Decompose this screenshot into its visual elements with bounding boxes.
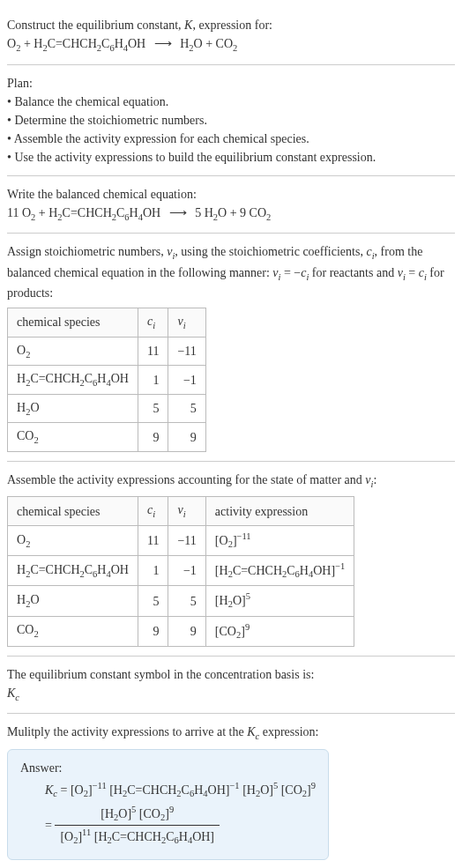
c-cell: 5	[138, 586, 168, 616]
plan-section: Plan: • Balance the chemical equation. •…	[7, 65, 455, 176]
balanced-header: Write the balanced chemical equation:	[7, 185, 455, 204]
multiply-paragraph: Mulitply the activity expressions to arr…	[7, 723, 455, 744]
plan-header: Plan:	[7, 74, 455, 93]
table-row: CO2 9 9	[8, 423, 206, 452]
col-activity: activity expression	[205, 497, 354, 526]
col-nu: νi	[168, 497, 205, 526]
arrow-icon: ⟶	[154, 34, 172, 53]
nu-cell: 5	[168, 586, 205, 616]
c-cell: 11	[138, 337, 168, 366]
table-row: H2C=CHCH2C6H4OH 1 −1	[8, 366, 206, 395]
c-cell: 5	[138, 394, 168, 423]
table-row: CO2 9 9 [CO2]9	[8, 616, 354, 646]
K-symbol: K	[184, 19, 192, 32]
plan-bullet: • Assemble the activity expression for e…	[7, 130, 455, 148]
stoich-section: Assign stoichiometric numbers, νi, using…	[7, 234, 455, 462]
c-cell: 9	[138, 423, 168, 452]
nu-cell: 9	[168, 423, 205, 452]
col-c: ci	[138, 497, 168, 526]
text: , expression for:	[192, 19, 272, 32]
activity-cell: [H2C=CHCH2C6H4OH]−1	[205, 556, 354, 586]
nu-cell: 9	[168, 616, 205, 646]
nu-cell: −11	[168, 337, 205, 366]
species-cell: H2O	[8, 394, 138, 423]
activity-section: Assemble the activity expressions accoun…	[7, 462, 455, 657]
species-cell: CO2	[8, 423, 138, 452]
table-row: O2 11 −11 [O2]−11	[8, 526, 354, 556]
plan-bullet: • Balance the chemical equation.	[7, 93, 455, 111]
nu-cell: 5	[168, 394, 205, 423]
answer-box: Answer: Kc = [O2]−11 [H2C=CHCH2C6H4OH]−1…	[7, 749, 329, 860]
c-cell: 11	[138, 526, 168, 556]
table-row: H2O 5 5	[8, 394, 206, 423]
col-species: chemical species	[8, 497, 138, 526]
plan-bullet: • Determine the stoichiometric numbers.	[7, 111, 455, 130]
symbol-paragraph: The equilibrium constant symbol in the c…	[7, 665, 455, 684]
fraction-numerator: [H2O]5 [CO2]9	[55, 803, 220, 826]
product-h2o: H2O + CO2	[180, 37, 237, 50]
col-species: chemical species	[8, 308, 138, 338]
species-cell: O2	[8, 526, 138, 556]
text: Construct the equilibrium constant,	[7, 19, 184, 32]
plan-bullet: • Use the activity expressions to build …	[7, 148, 455, 167]
fraction-denominator: [O2]11 [H2C=CHCH2C6H4OH]	[55, 826, 220, 848]
table-row: O2 11 −11	[8, 337, 206, 366]
species-cell: O2	[8, 337, 138, 366]
nu-cell: −1	[168, 556, 205, 586]
stoich-paragraph: Assign stoichiometric numbers, νi, using…	[7, 242, 455, 302]
species-cell: H2C=CHCH2C6H4OH	[8, 366, 138, 395]
col-nu: νi	[168, 308, 205, 338]
balanced-section: Write the balanced chemical equation: 11…	[7, 176, 455, 234]
intro-line1: Construct the equilibrium constant, K, e…	[7, 16, 455, 34]
intro-section: Construct the equilibrium constant, K, e…	[7, 7, 455, 65]
activity-paragraph: Assemble the activity expressions accoun…	[7, 471, 455, 492]
species-cell: H2O	[8, 586, 138, 616]
arrow-icon: ⟶	[169, 204, 187, 222]
answer-label: Answer:	[20, 759, 316, 777]
stoich-table: chemical species ci νi O2 11 −11 H2C=CHC…	[7, 308, 206, 452]
balanced-equation: 11 O2 + H2C=CHCH2C6H4OH ⟶ 5 H2O + 9 CO2	[7, 204, 455, 225]
species-cell: CO2	[8, 616, 138, 646]
multiply-section: Mulitply the activity expressions to arr…	[7, 714, 455, 868]
Kc-symbol: Kc	[7, 684, 455, 705]
reactant-o2: O2	[7, 37, 20, 50]
nu-cell: −1	[168, 366, 205, 395]
answer-line1: Kc = [O2]−11 [H2C=CHCH2C6H4OH]−1 [H2O]5 …	[45, 779, 316, 801]
symbol-section: The equilibrium constant symbol in the c…	[7, 657, 455, 715]
c-cell: 1	[138, 556, 168, 586]
table-row: H2C=CHCH2C6H4OH 1 −1 [H2C=CHCH2C6H4OH]−1	[8, 556, 354, 586]
table-header-row: chemical species ci νi	[8, 308, 206, 338]
intro-equation: O2 + H2C=CHCH2C6H4OH ⟶ H2O + CO2	[7, 34, 455, 56]
activity-cell: [H2O]5	[205, 586, 354, 616]
c-cell: 9	[138, 616, 168, 646]
species-cell: H2C=CHCH2C6H4OH	[8, 556, 138, 586]
activity-table: chemical species ci νi activity expressi…	[7, 496, 354, 646]
c-cell: 1	[138, 366, 168, 395]
col-c: ci	[138, 308, 168, 338]
nu-cell: −11	[168, 526, 205, 556]
activity-cell: [O2]−11	[205, 526, 354, 556]
table-row: H2O 5 5 [H2O]5	[8, 586, 354, 616]
activity-cell: [CO2]9	[205, 616, 354, 646]
table-header-row: chemical species ci νi activity expressi…	[8, 497, 354, 526]
fraction: [H2O]5 [CO2]9 [O2]11 [H2C=CHCH2C6H4OH]	[55, 803, 220, 848]
answer-line2: = [H2O]5 [CO2]9 [O2]11 [H2C=CHCH2C6H4OH]	[45, 803, 316, 848]
